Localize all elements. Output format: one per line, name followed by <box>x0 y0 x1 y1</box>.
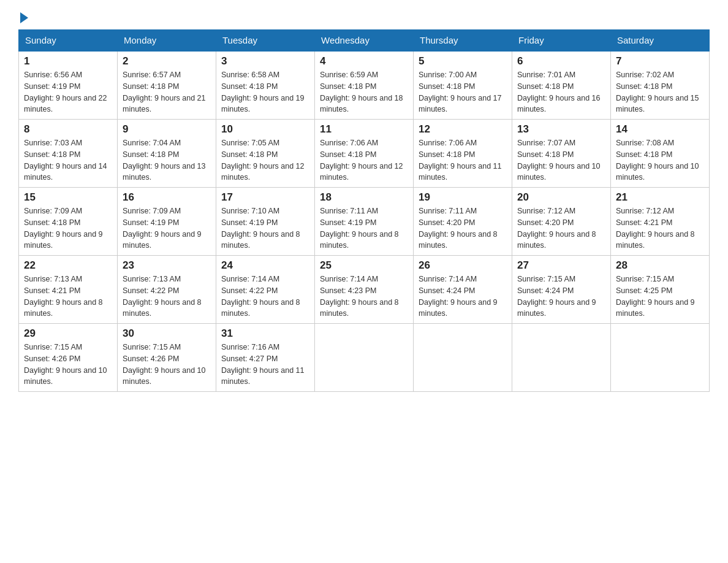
day-info: Sunrise: 7:03 AMSunset: 4:18 PMDaylight:… <box>24 137 112 183</box>
day-number: 10 <box>221 123 309 136</box>
sunrise-text: Sunrise: 7:15 AM <box>123 343 181 351</box>
day-number: 4 <box>320 55 408 67</box>
day-number: 21 <box>616 191 704 204</box>
sunset-text: Sunset: 4:18 PM <box>419 150 475 159</box>
day-info: Sunrise: 7:14 AMSunset: 4:23 PMDaylight:… <box>320 274 408 320</box>
calendar-cell: 29Sunrise: 7:15 AMSunset: 4:26 PMDayligh… <box>19 324 118 392</box>
sunset-text: Sunset: 4:18 PM <box>320 150 376 159</box>
calendar-cell: 15Sunrise: 7:09 AMSunset: 4:18 PMDayligh… <box>19 188 118 256</box>
day-number: 13 <box>517 123 605 136</box>
day-number: 22 <box>24 259 112 272</box>
sunrise-text: Sunrise: 7:06 AM <box>419 139 477 147</box>
daylight-text: Daylight: 9 hours and 17 minutes. <box>419 94 502 114</box>
calendar-cell: 14Sunrise: 7:08 AMSunset: 4:18 PMDayligh… <box>611 120 710 188</box>
day-number: 1 <box>24 55 112 67</box>
calendar-cell: 18Sunrise: 7:11 AMSunset: 4:19 PMDayligh… <box>315 188 414 256</box>
day-info: Sunrise: 7:14 AMSunset: 4:24 PMDaylight:… <box>419 274 507 320</box>
sunset-text: Sunset: 4:22 PM <box>221 286 278 295</box>
calendar-header-sunday: Sunday <box>19 30 118 52</box>
calendar-cell: 16Sunrise: 7:09 AMSunset: 4:19 PMDayligh… <box>118 188 216 256</box>
day-info: Sunrise: 7:04 AMSunset: 4:18 PMDaylight:… <box>123 137 211 183</box>
sunset-text: Sunset: 4:18 PM <box>24 218 80 227</box>
day-number: 7 <box>616 55 704 67</box>
daylight-text: Daylight: 9 hours and 22 minutes. <box>24 94 107 114</box>
sunrise-text: Sunrise: 6:58 AM <box>221 71 279 79</box>
calendar-cell: 28Sunrise: 7:15 AMSunset: 4:25 PMDayligh… <box>611 256 710 324</box>
day-info: Sunrise: 7:01 AMSunset: 4:18 PMDaylight:… <box>517 69 605 115</box>
sunset-text: Sunset: 4:18 PM <box>517 82 574 91</box>
sunrise-text: Sunrise: 7:13 AM <box>123 275 181 283</box>
day-info: Sunrise: 7:11 AMSunset: 4:20 PMDaylight:… <box>419 205 507 251</box>
day-info: Sunrise: 7:11 AMSunset: 4:19 PMDaylight:… <box>320 205 408 251</box>
day-number: 29 <box>24 327 112 340</box>
sunset-text: Sunset: 4:18 PM <box>320 82 376 91</box>
sunrise-text: Sunrise: 6:56 AM <box>24 71 82 79</box>
day-info: Sunrise: 7:05 AMSunset: 4:18 PMDaylight:… <box>221 137 309 183</box>
sunrise-text: Sunrise: 7:12 AM <box>517 207 575 215</box>
daylight-text: Daylight: 9 hours and 11 minutes. <box>419 162 502 182</box>
daylight-text: Daylight: 9 hours and 21 minutes. <box>123 94 206 114</box>
day-info: Sunrise: 7:06 AMSunset: 4:18 PMDaylight:… <box>320 137 408 183</box>
sunset-text: Sunset: 4:18 PM <box>616 82 672 91</box>
daylight-text: Daylight: 9 hours and 15 minutes. <box>616 94 699 114</box>
calendar-header-monday: Monday <box>118 30 216 52</box>
day-number: 8 <box>24 123 112 136</box>
calendar-cell <box>611 324 710 392</box>
day-number: 19 <box>419 191 507 204</box>
day-info: Sunrise: 7:15 AMSunset: 4:24 PMDaylight:… <box>517 274 605 320</box>
sunrise-text: Sunrise: 7:15 AM <box>616 275 674 283</box>
daylight-text: Daylight: 9 hours and 8 minutes. <box>24 298 103 318</box>
sunrise-text: Sunrise: 7:01 AM <box>517 71 575 79</box>
daylight-text: Daylight: 9 hours and 10 minutes. <box>24 366 107 386</box>
sunrise-text: Sunrise: 7:15 AM <box>24 343 82 351</box>
sunset-text: Sunset: 4:18 PM <box>123 150 179 159</box>
page-header <box>18 12 710 23</box>
calendar-week-row: 1Sunrise: 6:56 AMSunset: 4:19 PMDaylight… <box>19 51 710 120</box>
sunrise-text: Sunrise: 6:57 AM <box>123 71 181 79</box>
calendar-cell: 9Sunrise: 7:04 AMSunset: 4:18 PMDaylight… <box>118 120 216 188</box>
sunrise-text: Sunrise: 7:11 AM <box>419 207 477 215</box>
logo-text <box>18 12 28 23</box>
calendar-cell: 6Sunrise: 7:01 AMSunset: 4:18 PMDaylight… <box>512 51 611 120</box>
sunrise-text: Sunrise: 7:00 AM <box>419 71 477 79</box>
sunrise-text: Sunrise: 7:05 AM <box>221 139 279 147</box>
calendar-week-row: 22Sunrise: 7:13 AMSunset: 4:21 PMDayligh… <box>19 256 710 324</box>
sunrise-text: Sunrise: 7:15 AM <box>517 275 575 283</box>
daylight-text: Daylight: 9 hours and 13 minutes. <box>123 162 206 182</box>
calendar-cell: 8Sunrise: 7:03 AMSunset: 4:18 PMDaylight… <box>19 120 118 188</box>
calendar-week-row: 8Sunrise: 7:03 AMSunset: 4:18 PMDaylight… <box>19 120 710 188</box>
day-info: Sunrise: 6:58 AMSunset: 4:18 PMDaylight:… <box>221 69 309 115</box>
sunset-text: Sunset: 4:18 PM <box>221 150 278 159</box>
sunset-text: Sunset: 4:18 PM <box>616 150 672 159</box>
daylight-text: Daylight: 9 hours and 9 minutes. <box>24 230 103 250</box>
sunset-text: Sunset: 4:18 PM <box>221 82 278 91</box>
logo <box>18 12 28 23</box>
daylight-text: Daylight: 9 hours and 8 minutes. <box>320 230 399 250</box>
sunrise-text: Sunrise: 7:14 AM <box>419 275 477 283</box>
daylight-text: Daylight: 9 hours and 8 minutes. <box>419 230 498 250</box>
calendar-cell: 19Sunrise: 7:11 AMSunset: 4:20 PMDayligh… <box>414 188 512 256</box>
sunset-text: Sunset: 4:20 PM <box>419 218 475 227</box>
sunrise-text: Sunrise: 6:59 AM <box>320 71 378 79</box>
daylight-text: Daylight: 9 hours and 9 minutes. <box>616 298 695 318</box>
calendar-cell: 11Sunrise: 7:06 AMSunset: 4:18 PMDayligh… <box>315 120 414 188</box>
day-info: Sunrise: 7:16 AMSunset: 4:27 PMDaylight:… <box>221 342 309 388</box>
sunset-text: Sunset: 4:26 PM <box>123 354 179 363</box>
calendar-cell: 22Sunrise: 7:13 AMSunset: 4:21 PMDayligh… <box>19 256 118 324</box>
calendar-cell: 24Sunrise: 7:14 AMSunset: 4:22 PMDayligh… <box>216 256 315 324</box>
daylight-text: Daylight: 9 hours and 9 minutes. <box>123 230 202 250</box>
day-info: Sunrise: 7:13 AMSunset: 4:21 PMDaylight:… <box>24 274 112 320</box>
calendar-header-thursday: Thursday <box>414 30 512 52</box>
daylight-text: Daylight: 9 hours and 8 minutes. <box>616 230 695 250</box>
sunrise-text: Sunrise: 7:13 AM <box>24 275 82 283</box>
day-info: Sunrise: 6:59 AMSunset: 4:18 PMDaylight:… <box>320 69 408 115</box>
sunset-text: Sunset: 4:25 PM <box>616 286 672 295</box>
day-info: Sunrise: 7:15 AMSunset: 4:25 PMDaylight:… <box>616 274 704 320</box>
day-number: 20 <box>517 191 605 204</box>
day-info: Sunrise: 7:02 AMSunset: 4:18 PMDaylight:… <box>616 69 704 115</box>
day-number: 14 <box>616 123 704 136</box>
sunrise-text: Sunrise: 7:09 AM <box>24 207 82 215</box>
day-info: Sunrise: 6:56 AMSunset: 4:19 PMDaylight:… <box>24 69 112 115</box>
sunset-text: Sunset: 4:19 PM <box>221 218 278 227</box>
calendar-header-tuesday: Tuesday <box>216 30 315 52</box>
